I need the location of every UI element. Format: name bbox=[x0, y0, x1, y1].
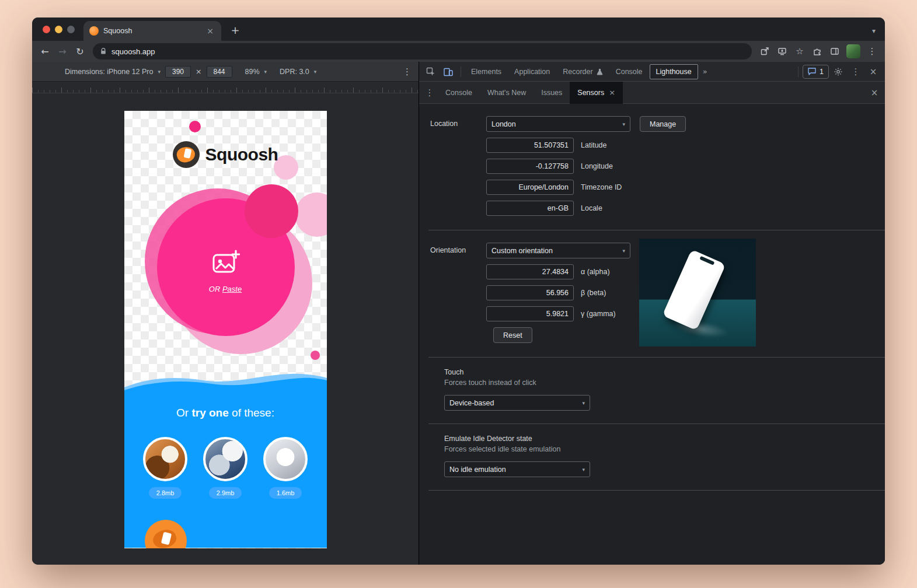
alpha-input[interactable] bbox=[486, 264, 574, 279]
small-pink-dot-decoration bbox=[311, 351, 320, 360]
squoosh-favicon-icon bbox=[89, 26, 99, 36]
dimensions-caret-icon: ▾ bbox=[158, 69, 161, 75]
drawer-tab-console[interactable]: Console bbox=[438, 82, 480, 104]
squoosh-logo: Squoosh bbox=[124, 141, 327, 168]
orientation-preview[interactable] bbox=[639, 239, 756, 346]
squoosh-logo-icon bbox=[173, 141, 200, 168]
share-icon[interactable] bbox=[756, 43, 773, 60]
back-button[interactable]: ← bbox=[37, 43, 53, 60]
tab-strip: Squoosh × + ▾ bbox=[32, 18, 885, 41]
touch-select-value: Device-based bbox=[449, 399, 494, 407]
pink-blob-upper bbox=[245, 184, 298, 238]
location-select-value: London bbox=[491, 120, 516, 128]
dpr-dropdown[interactable]: DPR: 3.0 bbox=[280, 68, 309, 76]
latitude-input[interactable] bbox=[486, 138, 574, 153]
orientation-select[interactable]: Custom orientation ▾ bbox=[486, 243, 630, 258]
side-panel-icon[interactable] bbox=[827, 43, 843, 60]
reset-button[interactable]: Reset bbox=[493, 327, 532, 343]
sample-photo-1[interactable] bbox=[143, 437, 187, 481]
timezone-input[interactable] bbox=[486, 180, 574, 195]
try-bold: try one bbox=[191, 407, 228, 419]
device-toolbar-kebab-icon[interactable]: ⋮ bbox=[403, 66, 412, 77]
location-select[interactable]: London ▾ bbox=[486, 116, 630, 132]
browser-tab-squoosh[interactable]: Squoosh × bbox=[83, 21, 221, 41]
browser-window: Squoosh × + ▾ ← → ↻ squoosh.app ☆ ⋮ bbox=[32, 18, 885, 565]
zoom-window-button[interactable] bbox=[67, 26, 75, 33]
touch-section: Touch Forces touch instead of click Devi… bbox=[419, 358, 885, 424]
device-viewport: Squoosh OR Paste bbox=[124, 111, 327, 548]
sample-photo-2[interactable] bbox=[203, 437, 247, 481]
drawer-tab-bar: ⋮ Console What's New Issues Sensors × × bbox=[419, 82, 885, 104]
address-bar[interactable]: squoosh.app bbox=[93, 43, 752, 60]
orientation-section: Orientation Custom orientation ▾ α (alph… bbox=[419, 230, 885, 357]
devtools-menu-kebab-icon[interactable]: ⋮ bbox=[848, 64, 864, 79]
sample-photo-3[interactable] bbox=[263, 437, 308, 481]
device-width-input[interactable] bbox=[165, 66, 191, 78]
extensions-puzzle-icon[interactable] bbox=[809, 43, 825, 60]
drawer-menu-kebab-icon[interactable]: ⋮ bbox=[421, 85, 438, 100]
drawer-tab-sensors[interactable]: Sensors × bbox=[570, 82, 623, 104]
try-one-heading: Or try one of these: bbox=[124, 395, 327, 419]
more-tabs-icon[interactable]: » bbox=[699, 67, 711, 76]
browser-toolbar: ← → ↻ squoosh.app ☆ ⋮ bbox=[32, 41, 885, 62]
locale-label: Locale bbox=[581, 204, 602, 212]
browser-menu-kebab-icon[interactable]: ⋮ bbox=[864, 43, 880, 60]
forward-button[interactable]: → bbox=[54, 43, 71, 60]
zoom-caret-icon: ▾ bbox=[264, 69, 267, 75]
tab-title: Squoosh bbox=[103, 27, 200, 35]
url-text: squoosh.app bbox=[111, 47, 155, 56]
idle-subtitle: Forces selected idle state emulation bbox=[444, 445, 876, 453]
sensors-tab-close-icon[interactable]: × bbox=[609, 88, 615, 97]
device-toolbar-toggle-icon[interactable] bbox=[440, 64, 456, 79]
device-height-input[interactable] bbox=[207, 66, 232, 78]
devtools-settings-gear-icon[interactable] bbox=[830, 64, 846, 79]
lock-icon bbox=[100, 48, 107, 55]
timezone-label: Timezone ID bbox=[581, 183, 622, 191]
dimensions-dropdown[interactable]: Dimensions: iPhone 12 Pro bbox=[65, 68, 153, 76]
section-separator bbox=[428, 490, 885, 491]
reload-button[interactable]: ↻ bbox=[72, 43, 88, 60]
flask-icon bbox=[597, 68, 603, 75]
minimize-window-button[interactable] bbox=[55, 26, 62, 33]
manage-button[interactable]: Manage bbox=[640, 116, 686, 132]
gamma-input[interactable] bbox=[486, 306, 574, 321]
profile-avatar[interactable] bbox=[846, 44, 860, 58]
new-tab-button[interactable]: + bbox=[227, 22, 243, 38]
bookmark-star-icon[interactable]: ☆ bbox=[792, 43, 808, 60]
devtools-close-icon[interactable]: × bbox=[865, 64, 881, 79]
phone-3d-model bbox=[663, 249, 726, 330]
zoom-dropdown[interactable]: 89% bbox=[245, 68, 260, 76]
location-section: Location London ▾ Manage Latitude bbox=[419, 104, 885, 230]
tab-application[interactable]: Application bbox=[508, 64, 556, 79]
sample-size-badge: 2.8mb bbox=[149, 487, 182, 499]
drawer-tab-whats-new[interactable]: What's New bbox=[480, 82, 534, 104]
tab-elements[interactable]: Elements bbox=[465, 64, 507, 79]
close-window-button[interactable] bbox=[43, 26, 50, 33]
locale-input[interactable] bbox=[486, 201, 574, 216]
add-image-icon bbox=[212, 250, 240, 275]
tab-console[interactable]: Console bbox=[610, 64, 648, 79]
horizontal-ruler bbox=[32, 82, 419, 93]
pink-dot-decoration bbox=[189, 121, 201, 132]
window-controls bbox=[43, 26, 75, 33]
touch-select[interactable]: Device-based ▾ bbox=[444, 395, 590, 411]
paste-link[interactable]: Paste bbox=[222, 285, 242, 293]
image-drop-target[interactable] bbox=[212, 250, 240, 278]
times-separator: × bbox=[196, 67, 201, 76]
beta-input[interactable] bbox=[486, 285, 574, 300]
sample-size-badge: 2.9mb bbox=[209, 487, 242, 499]
inspect-element-icon[interactable] bbox=[423, 64, 439, 79]
tab-search-chevron-icon[interactable]: ▾ bbox=[872, 27, 876, 35]
drawer-close-icon[interactable]: × bbox=[866, 85, 883, 100]
tab-close-icon[interactable]: × bbox=[205, 26, 215, 36]
device-emulation-pane: Dimensions: iPhone 12 Pro ▾ × 89% ▾ DPR:… bbox=[32, 62, 419, 565]
install-app-icon[interactable] bbox=[774, 43, 790, 60]
drawer-tab-issues[interactable]: Issues bbox=[534, 82, 570, 104]
longitude-input[interactable] bbox=[486, 159, 574, 174]
tab-lighthouse[interactable]: Lighthouse bbox=[650, 64, 698, 79]
sample-item: 2.8mb bbox=[143, 437, 187, 499]
issues-counter-button[interactable]: 1 bbox=[803, 65, 829, 79]
tab-recorder[interactable]: Recorder bbox=[557, 64, 608, 79]
tab-recorder-label: Recorder bbox=[563, 68, 592, 76]
idle-select[interactable]: No idle emulation ▾ bbox=[444, 461, 590, 477]
